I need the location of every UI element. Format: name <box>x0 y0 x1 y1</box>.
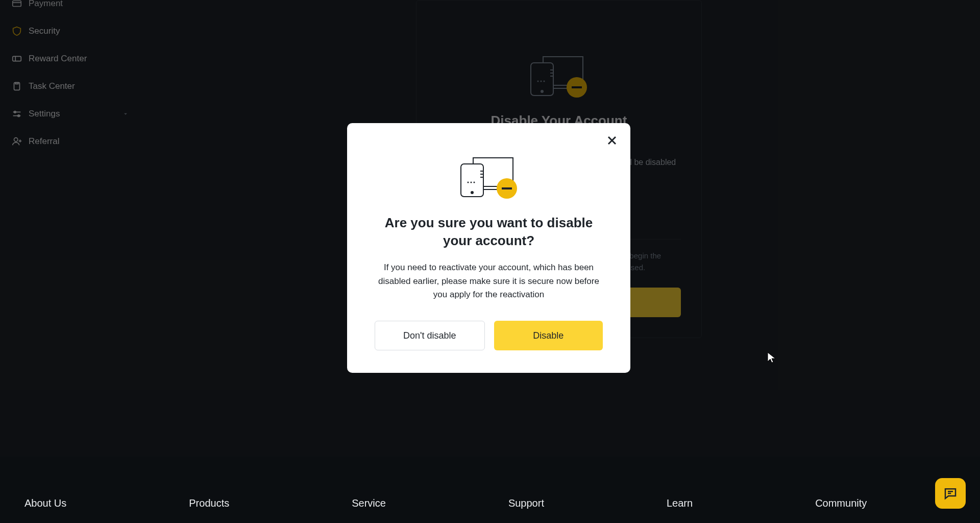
svg-point-24 <box>473 182 475 183</box>
svg-rect-21 <box>502 187 512 189</box>
svg-point-22 <box>467 182 469 183</box>
footer-col[interactable]: About Us <box>24 497 66 523</box>
footer-col[interactable]: Community <box>815 497 867 523</box>
modal-title: Are you sure you want to disable your ac… <box>375 214 603 250</box>
modal-actions: Don't disable Disable <box>375 321 603 350</box>
svg-point-23 <box>470 182 472 183</box>
disable-button[interactable]: Disable <box>494 321 603 350</box>
footer-col[interactable]: Learn <box>667 497 693 523</box>
dont-disable-button[interactable]: Don't disable <box>375 321 485 350</box>
confirm-disable-modal: Are you sure you want to disable your ac… <box>347 123 630 373</box>
footer-col[interactable]: Service <box>352 497 386 523</box>
chat-button[interactable] <box>935 478 966 509</box>
devices-illustration <box>456 149 522 200</box>
close-icon[interactable] <box>605 133 619 148</box>
footer-col[interactable]: Support <box>508 497 544 523</box>
footer: About Us Products Service Support Learn … <box>0 457 980 523</box>
svg-point-19 <box>471 191 474 194</box>
footer-col[interactable]: Products <box>189 497 229 523</box>
modal-body: If you need to reactivate your account, … <box>375 261 603 301</box>
